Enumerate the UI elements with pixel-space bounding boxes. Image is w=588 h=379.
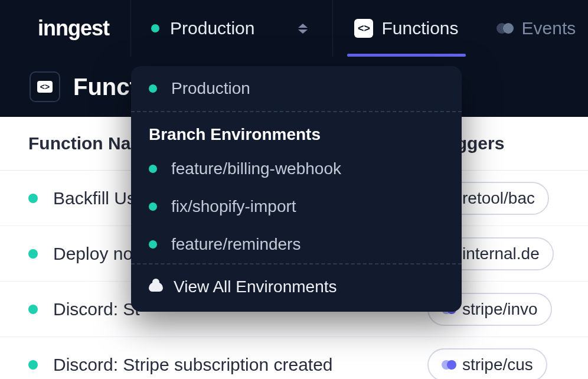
status-dot-icon bbox=[28, 360, 38, 370]
nav-tabs: <> Functions Events bbox=[333, 0, 588, 57]
function-name: Deploy noti bbox=[53, 244, 142, 264]
trigger-pill[interactable]: stripe/cus bbox=[427, 348, 547, 380]
tab-label: Events bbox=[522, 18, 576, 38]
status-dot-icon bbox=[28, 305, 38, 314]
dropdown-view-all[interactable]: View All Environments bbox=[131, 264, 462, 312]
environment-dropdown: Production Branch Environments feature/b… bbox=[131, 66, 462, 312]
dropdown-item-production[interactable]: Production bbox=[131, 66, 462, 111]
functions-icon-box: <> bbox=[30, 71, 60, 102]
tab-functions[interactable]: <> Functions bbox=[333, 0, 479, 57]
status-dot-icon bbox=[28, 194, 38, 203]
top-nav: inngest Production <> Functions Events bbox=[0, 0, 588, 57]
dropdown-section-title: Branch Environments bbox=[131, 112, 462, 150]
dropdown-item-label: Production bbox=[171, 79, 250, 98]
dropdown-item-branch[interactable]: feature/reminders bbox=[131, 226, 462, 263]
status-dot-icon bbox=[28, 249, 38, 259]
dropdown-item-label: fix/shopify-import bbox=[171, 197, 296, 216]
tab-events[interactable]: Events bbox=[480, 0, 588, 57]
status-dot-icon bbox=[149, 240, 157, 249]
dropdown-item-label: feature/billing-webhook bbox=[171, 159, 341, 178]
function-name: Discord: St bbox=[53, 299, 140, 319]
chevron-updown-icon bbox=[298, 24, 308, 34]
trigger-label: retool/bac bbox=[462, 189, 535, 208]
cloud-icon bbox=[149, 282, 163, 292]
trigger-label: internal.de bbox=[462, 244, 540, 263]
environment-selector[interactable]: Production bbox=[130, 0, 333, 57]
table-row[interactable]: Discord: Stripe subscription created str… bbox=[0, 337, 588, 379]
page-title: Funct bbox=[73, 74, 138, 100]
status-dot-icon bbox=[151, 24, 159, 32]
dropdown-item-branch[interactable]: fix/shopify-import bbox=[131, 188, 462, 226]
event-icon bbox=[442, 360, 456, 370]
code-icon: <> bbox=[37, 81, 53, 93]
function-name: Discord: Stripe subscription created bbox=[53, 355, 333, 375]
trigger-label: stripe/cus bbox=[462, 355, 533, 374]
logo: inngest bbox=[27, 16, 109, 41]
status-dot-icon bbox=[149, 165, 157, 173]
code-icon: <> bbox=[354, 19, 373, 38]
environment-label: Production bbox=[170, 18, 254, 38]
dropdown-item-branch[interactable]: feature/billing-webhook bbox=[131, 150, 462, 188]
dropdown-footer-label: View All Environments bbox=[174, 277, 337, 296]
status-dot-icon bbox=[149, 202, 157, 211]
events-icon bbox=[496, 23, 514, 34]
tab-label: Functions bbox=[381, 18, 458, 38]
status-dot-icon bbox=[149, 84, 157, 93]
trigger-label: stripe/invo bbox=[462, 300, 538, 319]
dropdown-item-label: feature/reminders bbox=[171, 235, 300, 254]
